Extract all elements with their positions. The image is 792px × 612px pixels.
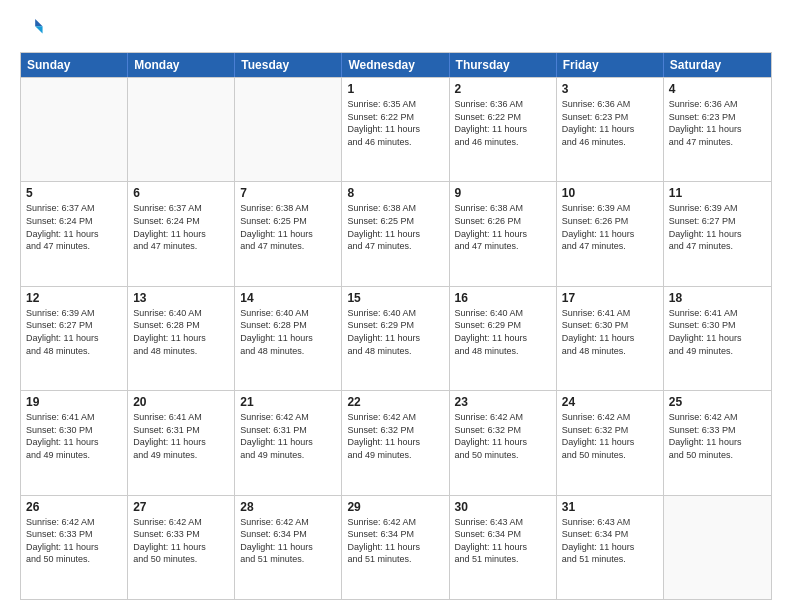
cal-cell: 19Sunrise: 6:41 AMSunset: 6:30 PMDayligh… xyxy=(21,391,128,494)
cal-cell: 22Sunrise: 6:42 AMSunset: 6:32 PMDayligh… xyxy=(342,391,449,494)
day-info: Sunrise: 6:42 AMSunset: 6:32 PMDaylight:… xyxy=(347,411,443,461)
day-info: Sunrise: 6:42 AMSunset: 6:33 PMDaylight:… xyxy=(133,516,229,566)
calendar-header: SundayMondayTuesdayWednesdayThursdayFrid… xyxy=(21,53,771,77)
calendar: SundayMondayTuesdayWednesdayThursdayFrid… xyxy=(20,52,772,600)
day-number: 12 xyxy=(26,291,122,305)
weekday-header-wednesday: Wednesday xyxy=(342,53,449,77)
day-number: 7 xyxy=(240,186,336,200)
day-info: Sunrise: 6:38 AMSunset: 6:26 PMDaylight:… xyxy=(455,202,551,252)
day-number: 16 xyxy=(455,291,551,305)
day-info: Sunrise: 6:39 AMSunset: 6:27 PMDaylight:… xyxy=(26,307,122,357)
day-info: Sunrise: 6:38 AMSunset: 6:25 PMDaylight:… xyxy=(240,202,336,252)
week-row-4: 19Sunrise: 6:41 AMSunset: 6:30 PMDayligh… xyxy=(21,390,771,494)
day-info: Sunrise: 6:38 AMSunset: 6:25 PMDaylight:… xyxy=(347,202,443,252)
day-info: Sunrise: 6:41 AMSunset: 6:31 PMDaylight:… xyxy=(133,411,229,461)
day-number: 9 xyxy=(455,186,551,200)
day-info: Sunrise: 6:37 AMSunset: 6:24 PMDaylight:… xyxy=(133,202,229,252)
week-row-2: 5Sunrise: 6:37 AMSunset: 6:24 PMDaylight… xyxy=(21,181,771,285)
day-number: 29 xyxy=(347,500,443,514)
cal-cell: 10Sunrise: 6:39 AMSunset: 6:26 PMDayligh… xyxy=(557,182,664,285)
day-number: 20 xyxy=(133,395,229,409)
day-info: Sunrise: 6:36 AMSunset: 6:22 PMDaylight:… xyxy=(455,98,551,148)
cal-cell: 24Sunrise: 6:42 AMSunset: 6:32 PMDayligh… xyxy=(557,391,664,494)
week-row-1: 1Sunrise: 6:35 AMSunset: 6:22 PMDaylight… xyxy=(21,77,771,181)
cal-cell: 11Sunrise: 6:39 AMSunset: 6:27 PMDayligh… xyxy=(664,182,771,285)
weekday-header-sunday: Sunday xyxy=(21,53,128,77)
day-info: Sunrise: 6:41 AMSunset: 6:30 PMDaylight:… xyxy=(562,307,658,357)
cal-cell: 14Sunrise: 6:40 AMSunset: 6:28 PMDayligh… xyxy=(235,287,342,390)
day-info: Sunrise: 6:40 AMSunset: 6:28 PMDaylight:… xyxy=(240,307,336,357)
cal-cell: 20Sunrise: 6:41 AMSunset: 6:31 PMDayligh… xyxy=(128,391,235,494)
day-number: 27 xyxy=(133,500,229,514)
cal-cell: 8Sunrise: 6:38 AMSunset: 6:25 PMDaylight… xyxy=(342,182,449,285)
day-number: 4 xyxy=(669,82,766,96)
header xyxy=(20,16,772,42)
day-number: 28 xyxy=(240,500,336,514)
day-number: 21 xyxy=(240,395,336,409)
week-row-3: 12Sunrise: 6:39 AMSunset: 6:27 PMDayligh… xyxy=(21,286,771,390)
day-info: Sunrise: 6:35 AMSunset: 6:22 PMDaylight:… xyxy=(347,98,443,148)
svg-marker-1 xyxy=(35,26,42,33)
day-number: 24 xyxy=(562,395,658,409)
day-number: 23 xyxy=(455,395,551,409)
day-number: 18 xyxy=(669,291,766,305)
svg-marker-0 xyxy=(35,19,42,26)
day-info: Sunrise: 6:41 AMSunset: 6:30 PMDaylight:… xyxy=(669,307,766,357)
cal-cell: 5Sunrise: 6:37 AMSunset: 6:24 PMDaylight… xyxy=(21,182,128,285)
cal-cell: 26Sunrise: 6:42 AMSunset: 6:33 PMDayligh… xyxy=(21,496,128,599)
day-info: Sunrise: 6:42 AMSunset: 6:34 PMDaylight:… xyxy=(240,516,336,566)
logo-icon xyxy=(22,16,44,38)
day-info: Sunrise: 6:36 AMSunset: 6:23 PMDaylight:… xyxy=(562,98,658,148)
day-number: 31 xyxy=(562,500,658,514)
cal-cell: 6Sunrise: 6:37 AMSunset: 6:24 PMDaylight… xyxy=(128,182,235,285)
calendar-body: 1Sunrise: 6:35 AMSunset: 6:22 PMDaylight… xyxy=(21,77,771,599)
day-number: 26 xyxy=(26,500,122,514)
cal-cell: 13Sunrise: 6:40 AMSunset: 6:28 PMDayligh… xyxy=(128,287,235,390)
page: SundayMondayTuesdayWednesdayThursdayFrid… xyxy=(0,0,792,612)
day-number: 11 xyxy=(669,186,766,200)
day-number: 1 xyxy=(347,82,443,96)
logo xyxy=(20,16,48,42)
day-number: 30 xyxy=(455,500,551,514)
cal-cell xyxy=(128,78,235,181)
day-info: Sunrise: 6:37 AMSunset: 6:24 PMDaylight:… xyxy=(26,202,122,252)
day-info: Sunrise: 6:40 AMSunset: 6:28 PMDaylight:… xyxy=(133,307,229,357)
day-info: Sunrise: 6:42 AMSunset: 6:33 PMDaylight:… xyxy=(669,411,766,461)
cal-cell: 29Sunrise: 6:42 AMSunset: 6:34 PMDayligh… xyxy=(342,496,449,599)
cal-cell: 12Sunrise: 6:39 AMSunset: 6:27 PMDayligh… xyxy=(21,287,128,390)
day-info: Sunrise: 6:39 AMSunset: 6:27 PMDaylight:… xyxy=(669,202,766,252)
cal-cell xyxy=(21,78,128,181)
cal-cell: 27Sunrise: 6:42 AMSunset: 6:33 PMDayligh… xyxy=(128,496,235,599)
day-number: 10 xyxy=(562,186,658,200)
day-number: 3 xyxy=(562,82,658,96)
day-info: Sunrise: 6:42 AMSunset: 6:32 PMDaylight:… xyxy=(455,411,551,461)
day-info: Sunrise: 6:43 AMSunset: 6:34 PMDaylight:… xyxy=(562,516,658,566)
day-number: 13 xyxy=(133,291,229,305)
cal-cell: 25Sunrise: 6:42 AMSunset: 6:33 PMDayligh… xyxy=(664,391,771,494)
cal-cell: 4Sunrise: 6:36 AMSunset: 6:23 PMDaylight… xyxy=(664,78,771,181)
cal-cell: 17Sunrise: 6:41 AMSunset: 6:30 PMDayligh… xyxy=(557,287,664,390)
day-number: 19 xyxy=(26,395,122,409)
cal-cell: 31Sunrise: 6:43 AMSunset: 6:34 PMDayligh… xyxy=(557,496,664,599)
day-number: 2 xyxy=(455,82,551,96)
day-number: 6 xyxy=(133,186,229,200)
day-info: Sunrise: 6:42 AMSunset: 6:33 PMDaylight:… xyxy=(26,516,122,566)
weekday-header-saturday: Saturday xyxy=(664,53,771,77)
day-info: Sunrise: 6:36 AMSunset: 6:23 PMDaylight:… xyxy=(669,98,766,148)
weekday-header-thursday: Thursday xyxy=(450,53,557,77)
cal-cell: 2Sunrise: 6:36 AMSunset: 6:22 PMDaylight… xyxy=(450,78,557,181)
week-row-5: 26Sunrise: 6:42 AMSunset: 6:33 PMDayligh… xyxy=(21,495,771,599)
cal-cell: 1Sunrise: 6:35 AMSunset: 6:22 PMDaylight… xyxy=(342,78,449,181)
day-info: Sunrise: 6:40 AMSunset: 6:29 PMDaylight:… xyxy=(455,307,551,357)
cal-cell xyxy=(664,496,771,599)
cal-cell: 18Sunrise: 6:41 AMSunset: 6:30 PMDayligh… xyxy=(664,287,771,390)
weekday-header-friday: Friday xyxy=(557,53,664,77)
day-info: Sunrise: 6:41 AMSunset: 6:30 PMDaylight:… xyxy=(26,411,122,461)
day-number: 15 xyxy=(347,291,443,305)
cal-cell: 9Sunrise: 6:38 AMSunset: 6:26 PMDaylight… xyxy=(450,182,557,285)
cal-cell: 3Sunrise: 6:36 AMSunset: 6:23 PMDaylight… xyxy=(557,78,664,181)
weekday-header-monday: Monday xyxy=(128,53,235,77)
cal-cell: 21Sunrise: 6:42 AMSunset: 6:31 PMDayligh… xyxy=(235,391,342,494)
weekday-header-tuesday: Tuesday xyxy=(235,53,342,77)
cal-cell: 16Sunrise: 6:40 AMSunset: 6:29 PMDayligh… xyxy=(450,287,557,390)
